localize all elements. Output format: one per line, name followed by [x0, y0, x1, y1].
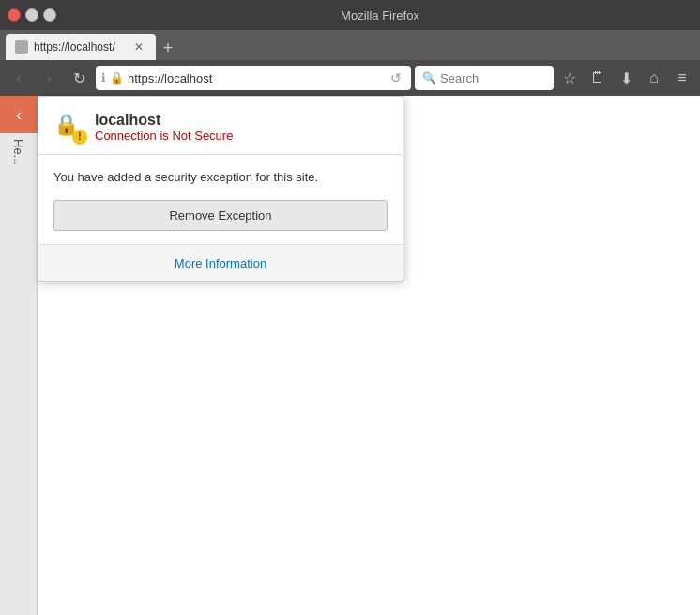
tab-close-button[interactable]: ✕ — [131, 39, 146, 54]
home-button[interactable]: ⌂ — [642, 66, 666, 90]
reader-view-button[interactable]: 🗒 — [586, 66, 610, 90]
popup-body: You have added a security exception for … — [38, 155, 403, 244]
search-bar: 🔍 — [415, 66, 554, 90]
info-icon: ℹ — [101, 71, 106, 85]
not-secure-label: Connection is Not Secure — [95, 129, 233, 143]
sidebar-toggle-button[interactable]: ‹ — [0, 96, 38, 133]
maximize-window-button[interactable] — [43, 8, 56, 22]
popup-header: 🔒 ! localhost Connection is Not Secure — [38, 97, 403, 155]
new-tab-button[interactable]: + — [156, 36, 180, 60]
warning-badge-icon: ! — [72, 130, 87, 145]
more-information-link[interactable]: More Information — [175, 256, 266, 270]
forward-button[interactable]: › — [36, 65, 62, 91]
chevron-left-icon: ‹ — [16, 105, 22, 125]
lock-warning-icon: 🔒 — [110, 71, 124, 85]
url-input[interactable] — [128, 71, 383, 85]
search-input[interactable] — [440, 71, 534, 85]
menu-button[interactable]: ≡ — [670, 66, 694, 90]
window-controls — [8, 8, 56, 22]
window-title: Mozilla Firefox — [68, 8, 692, 23]
back-button[interactable]: ‹ — [6, 65, 32, 91]
tab-favicon — [15, 40, 28, 54]
minimize-window-button[interactable] — [25, 8, 38, 22]
toolbar-right: ☆ 🗒 ⬇ ⌂ ≡ — [557, 66, 694, 90]
remove-exception-button[interactable]: Remove Exception — [53, 200, 388, 231]
bookmark-button[interactable]: ☆ — [557, 66, 582, 90]
download-button[interactable]: ⬇ — [614, 66, 638, 90]
tab-label: https://localhost/ — [34, 40, 115, 54]
close-window-button[interactable] — [8, 8, 21, 22]
browser-content: ‹ He... 🔒 ! localhost Connection is Not … — [0, 96, 700, 615]
browser-tab[interactable]: https://localhost/ ✕ — [6, 34, 156, 60]
nav-bar: ‹ › ↻ ℹ 🔒 ↺ 🔍 ☆ 🗒 ⬇ ⌂ ≡ — [0, 60, 700, 96]
security-icon: 🔒 ! — [53, 113, 84, 143]
sidebar: ‹ He... — [0, 96, 38, 615]
address-bar: ℹ 🔒 ↺ — [96, 66, 411, 90]
page-title-sidebar: He... — [0, 133, 37, 170]
site-name: localhost — [95, 112, 233, 129]
popup-footer: More Information — [38, 244, 403, 281]
security-popup: 🔒 ! localhost Connection is Not Secure Y… — [38, 96, 403, 282]
security-body-text: You have added a security exception for … — [53, 168, 388, 187]
address-reload-button[interactable]: ↺ — [387, 69, 405, 87]
popup-header-text: localhost Connection is Not Secure — [95, 112, 233, 143]
search-icon: 🔍 — [422, 71, 436, 85]
tab-bar: https://localhost/ ✕ + — [0, 30, 700, 60]
title-bar: Mozilla Firefox — [0, 0, 700, 30]
reload-button[interactable]: ↻ — [66, 65, 92, 91]
